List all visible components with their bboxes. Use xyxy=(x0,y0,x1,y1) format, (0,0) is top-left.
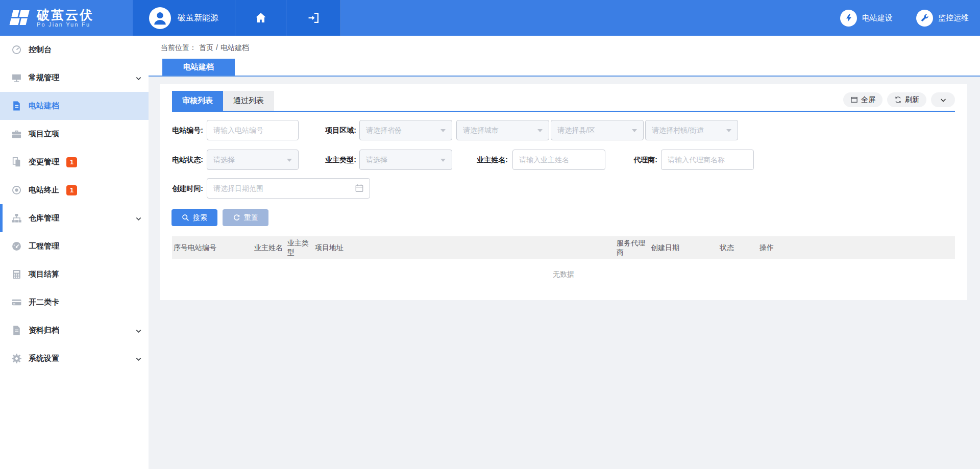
fullscreen-button[interactable]: 全屏 xyxy=(843,92,883,107)
table-header-row: 序号 电站编号 业主姓名 业主类型 项目地址 服务代理商 创建日期 状态 操作 xyxy=(172,236,955,259)
search-button[interactable]: 搜索 xyxy=(172,209,217,226)
header-right-nav: 电站建设 监控运维 xyxy=(840,0,980,36)
brand-title: 破茧云伏 xyxy=(37,8,94,21)
main-content: 审核列表 通过列表 全屏 xyxy=(149,78,980,469)
nav-station-construction[interactable]: 电站建设 xyxy=(840,10,893,27)
archive-file-icon xyxy=(11,325,22,336)
col-project-address: 项目地址 xyxy=(315,243,617,253)
breadcrumb-prefix: 当前位置： xyxy=(161,43,197,53)
breadcrumb-current: 电站建档 xyxy=(220,43,249,53)
tab-review-list[interactable]: 审核列表 xyxy=(172,91,223,111)
city-select[interactable]: 请选择城市 xyxy=(456,120,549,140)
home-icon xyxy=(254,11,267,24)
sidebar-item-dashboard[interactable]: 控制台 xyxy=(0,36,149,64)
card-icon xyxy=(11,297,22,308)
sidebar-item-data-archive[interactable]: 资料归档 xyxy=(0,316,149,344)
owner-type-select[interactable]: 请选择 xyxy=(359,150,452,170)
sidebar-item-warehouse-mgmt[interactable]: 仓库管理 xyxy=(0,204,149,232)
gauge-icon xyxy=(11,241,22,252)
table-empty-state: 无数据 xyxy=(172,259,955,290)
brand-logo: 破茧云伏 Po Jian Yun Fu xyxy=(0,0,133,36)
col-actions: 操作 xyxy=(760,243,955,253)
nav-station-construction-label: 电站建设 xyxy=(862,13,893,23)
app-window: 破茧云伏 Po Jian Yun Fu 破茧新能源 xyxy=(0,0,980,469)
agent-input[interactable] xyxy=(661,150,754,170)
current-user[interactable]: 破茧新能源 xyxy=(133,0,235,36)
chevron-down-icon xyxy=(940,96,947,104)
lightning-icon xyxy=(840,10,857,27)
reset-icon xyxy=(233,214,240,221)
date-range-input[interactable] xyxy=(207,178,370,199)
owner-name-input[interactable] xyxy=(512,150,605,170)
brand-logo-icon xyxy=(7,8,32,28)
sidebar-item-change-mgmt[interactable]: 变更管理 1 xyxy=(0,148,149,176)
sidebar-item-engineering-mgmt[interactable]: 工程管理 xyxy=(0,232,149,260)
sidebar-item-system-settings[interactable]: 系统设置 xyxy=(0,344,149,373)
collapse-panel-button[interactable] xyxy=(931,92,955,107)
station-no-label: 电站编号: xyxy=(160,120,203,140)
sidebar-item-project-initiation[interactable]: 项目立项 xyxy=(0,120,149,148)
breadcrumb-home-link[interactable]: 首页 xyxy=(199,43,213,53)
breadcrumb-separator: / xyxy=(216,43,218,53)
station-status-select[interactable]: 请选择 xyxy=(207,150,299,170)
col-owner-type: 业主类型 xyxy=(287,239,315,257)
panel-tabs: 审核列表 通过列表 xyxy=(172,91,955,112)
chevron-down-icon xyxy=(135,215,142,222)
breadcrumb: 当前位置： 首页 / 电站建档 xyxy=(161,43,249,53)
chevron-down-icon xyxy=(135,356,142,362)
reset-button[interactable]: 重置 xyxy=(223,209,268,226)
col-service-agent: 服务代理商 xyxy=(617,239,651,257)
sidebar-item-project-settlement[interactable]: 项目结算 xyxy=(0,260,149,288)
home-button[interactable] xyxy=(235,0,286,36)
wrench-icon xyxy=(916,10,933,27)
user-name: 破茧新能源 xyxy=(178,13,218,23)
station-filing-panel: 审核列表 通过列表 全屏 xyxy=(160,84,967,300)
page-tab-station-filing[interactable]: 电站建档 xyxy=(162,59,235,76)
brand-subtitle: Po Jian Yun Fu xyxy=(37,21,94,28)
logout-icon xyxy=(307,11,320,24)
station-no-input[interactable] xyxy=(207,120,299,140)
document-icon xyxy=(11,101,22,111)
sidebar-item-open-class2-card[interactable]: 开二类卡 xyxy=(0,288,149,316)
user-avatar-icon xyxy=(149,7,171,29)
chevron-down-icon xyxy=(135,328,142,334)
sidebar-item-station-filing[interactable]: 电站建档 xyxy=(0,92,149,120)
create-time-label: 创建时间: xyxy=(160,178,203,199)
panel-toolbar: 全屏 刷新 xyxy=(843,92,955,107)
owner-type-label: 业主类型: xyxy=(313,150,356,170)
refresh-button[interactable]: 刷新 xyxy=(887,92,926,107)
briefcase-icon xyxy=(11,129,22,139)
sidebar-item-general-mgmt[interactable]: 常规管理 xyxy=(0,64,149,92)
tab-approved-list[interactable]: 通过列表 xyxy=(223,91,274,111)
refresh-icon xyxy=(894,96,902,104)
sidebar: 控制台 常规管理 电站建档 xyxy=(0,36,149,469)
change-mgmt-badge: 1 xyxy=(66,157,77,167)
col-owner-name: 业主姓名 xyxy=(254,243,287,253)
station-status-label: 电站状态: xyxy=(160,150,203,170)
col-index: 序号 xyxy=(174,243,188,253)
col-create-date: 创建日期 xyxy=(651,243,720,253)
target-icon xyxy=(11,185,22,195)
nav-monitoring-ops-label: 监控运维 xyxy=(938,13,969,23)
chevron-down-icon xyxy=(135,75,142,82)
monitor-icon xyxy=(11,72,22,83)
top-header: 破茧云伏 Po Jian Yun Fu 破茧新能源 xyxy=(0,0,980,36)
station-termination-badge: 1 xyxy=(66,185,77,195)
county-select[interactable]: 请选择县/区 xyxy=(551,120,644,140)
owner-name-label: 业主姓名: xyxy=(464,150,508,170)
sitemap-icon xyxy=(11,213,22,224)
fullscreen-icon xyxy=(850,96,858,104)
agent-label: 代理商: xyxy=(614,150,657,170)
copy-pages-icon xyxy=(11,157,22,167)
province-select[interactable]: 请选择省份 xyxy=(359,120,452,140)
project-region-label: 项目区域: xyxy=(313,120,356,140)
col-station-no: 电站编号 xyxy=(188,243,254,253)
nav-monitoring-ops[interactable]: 监控运维 xyxy=(916,10,969,27)
sidebar-item-station-termination[interactable]: 电站终止 1 xyxy=(0,176,149,204)
calculator-icon xyxy=(11,269,22,280)
dashboard-icon xyxy=(11,44,22,55)
logout-button[interactable] xyxy=(286,0,341,36)
village-select[interactable]: 请选择村镇/街道 xyxy=(645,120,738,140)
breadcrumb-bar: 当前位置： 首页 / 电站建档 电站建档 xyxy=(149,36,980,77)
gear-icon xyxy=(11,353,22,364)
